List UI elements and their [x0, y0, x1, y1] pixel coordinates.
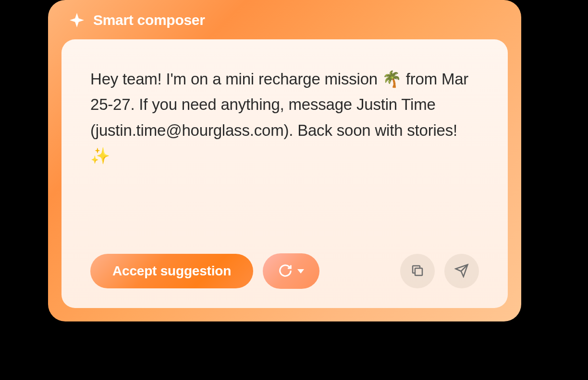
accept-button-label: Accept suggestion	[112, 263, 231, 278]
accept-suggestion-button[interactable]: Accept suggestion	[90, 254, 253, 288]
composer-card: Smart composer Hey team! I'm on a mini r…	[48, 0, 521, 321]
message-panel: Hey team! I'm on a mini recharge mission…	[61, 39, 508, 308]
composer-card-wrapper: Smart composer Hey team! I'm on a mini r…	[48, 0, 521, 321]
regenerate-button[interactable]	[263, 253, 319, 289]
send-button[interactable]	[444, 254, 479, 288]
refresh-icon	[278, 263, 293, 279]
copy-button[interactable]	[400, 254, 435, 288]
actions-row: Accept suggestion	[90, 253, 479, 289]
header: Smart composer	[61, 12, 508, 29]
send-icon	[454, 263, 469, 279]
message-text: Hey team! I'm on a mini recharge mission…	[90, 66, 479, 242]
header-title: Smart composer	[93, 12, 205, 28]
sparkle-icon	[68, 12, 86, 29]
chevron-down-icon	[297, 269, 304, 273]
copy-icon	[410, 263, 425, 279]
svg-rect-0	[415, 268, 422, 275]
